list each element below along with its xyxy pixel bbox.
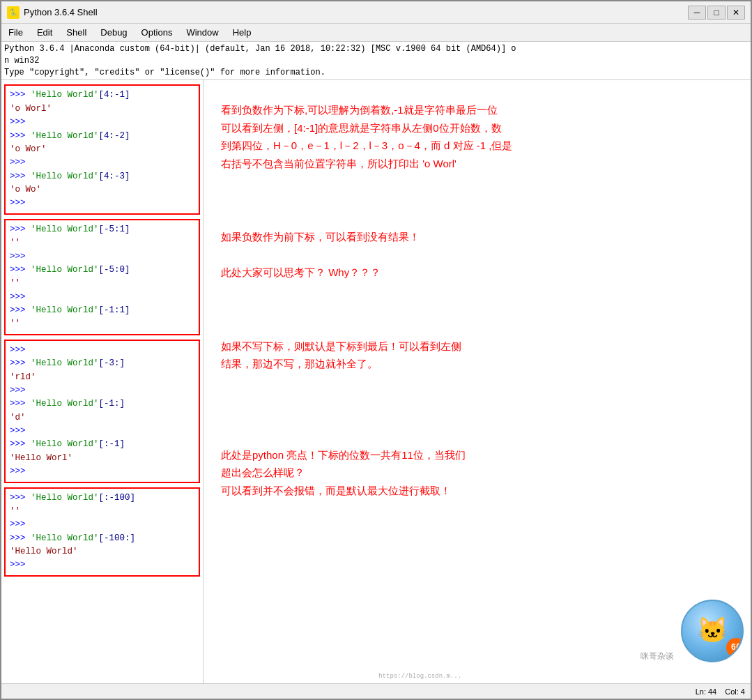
- right-panel: 看到负数作为下标,可以理解为倒着数,-1就是字符串最后一位 可以看到左侧，[4:…: [204, 80, 751, 683]
- code-line: >>>: [10, 558, 194, 572]
- code-line: >>> 'Hello World'[4:-2]: [10, 130, 194, 143]
- code-line: 'o Wo': [10, 183, 194, 197]
- code-line: >>> 'Hello World'[4:-1]: [10, 89, 194, 102]
- code-line: >>>: [10, 384, 194, 397]
- window-title: Python 3.6.4 Shell: [24, 7, 688, 17]
- maximize-button[interactable]: □: [707, 6, 726, 20]
- code-line: 'Hello Worl': [10, 452, 194, 465]
- code-line: >>>: [10, 156, 194, 169]
- header-line1: Python 3.6.4 |Anaconda custom (64-bit)| …: [4, 44, 516, 54]
- code-line: >>> 'Hello World'[-3:]: [10, 357, 194, 370]
- code-block-1: >>> 'Hello World'[4:-1] 'o Worl' >>> >>>…: [4, 84, 200, 214]
- code-line: 'rld': [10, 371, 194, 384]
- status-col: Col: 4: [725, 687, 745, 696]
- status-ln: Ln: 44: [696, 687, 717, 696]
- status-bar: Ln: 44 Col: 4: [1, 683, 751, 699]
- menu-bar: File Edit Shell Debug Options Window Hel…: [1, 24, 751, 42]
- code-line: >>> 'Hello World'[-1:]: [10, 397, 194, 411]
- code-line: >>>: [10, 518, 194, 531]
- code-line: >>>: [10, 116, 194, 129]
- code-line: >>>: [10, 250, 194, 264]
- code-line: >>> 'Hello World'[-100:]: [10, 532, 194, 545]
- window-controls: ─ □ ✕: [688, 6, 745, 20]
- code-line: >>>: [10, 425, 194, 438]
- header-line2: n win32: [4, 56, 39, 66]
- code-line: >>> 'Hello World'[:-1]: [10, 438, 194, 451]
- code-line: >>> 'Hello World'[:-100]: [10, 492, 194, 505]
- annotation-2: 如果负数作为前下标，可以看到没有结果！ 此处大家可以思考下？ Why？？？: [221, 228, 733, 282]
- code-line: '': [10, 236, 194, 250]
- close-button[interactable]: ✕: [727, 6, 745, 20]
- url-watermark: https://blog.csdn.m...: [378, 673, 576, 680]
- menu-file[interactable]: File: [4, 26, 27, 39]
- code-line: >>>: [10, 197, 194, 210]
- watermark-text: 咪哥杂谈: [640, 650, 674, 662]
- code-line: >>>: [10, 344, 194, 357]
- code-block-3: >>> >>> 'Hello World'[-3:] 'rld' >>> >>>…: [4, 340, 200, 483]
- code-line: >>>: [10, 291, 194, 304]
- main-area: >>> 'Hello World'[4:-1] 'o Worl' >>> >>>…: [1, 80, 751, 683]
- menu-shell[interactable]: Shell: [62, 26, 91, 39]
- menu-edit[interactable]: Edit: [33, 26, 56, 39]
- annotation-1: 看到负数作为下标,可以理解为倒着数,-1就是字符串最后一位 可以看到左侧，[4:…: [221, 101, 733, 172]
- left-panel: >>> 'Hello World'[4:-1] 'o Worl' >>> >>>…: [1, 80, 204, 683]
- code-line: 'o Worl': [10, 102, 194, 116]
- code-line: 'o Wor': [10, 143, 194, 156]
- mascot: 🐱 60: [681, 600, 744, 662]
- title-bar: 🐍 Python 3.6.4 Shell ─ □ ✕: [1, 1, 751, 24]
- mascot-image: 🐱 60: [681, 600, 744, 662]
- mascot-badge: 60: [726, 638, 744, 657]
- minimize-button[interactable]: ─: [688, 6, 706, 20]
- app-icon: 🐍: [7, 6, 20, 19]
- code-line: '': [10, 317, 194, 330]
- code-line: >>>: [10, 465, 194, 478]
- annotation-4: 此处是python 亮点！下标的位数一共有11位，当我们 超出会怎么样呢？ 可以…: [221, 446, 733, 500]
- code-block-4: >>> 'Hello World'[:-100] '' >>> >>> 'Hel…: [4, 487, 200, 577]
- code-line: >>> 'Hello World'[4:-3]: [10, 170, 194, 183]
- annotation-3: 如果不写下标，则默认是下标到最后！可以看到左侧 结果，那边不写，那边就补全了。: [221, 337, 733, 373]
- code-line: 'd': [10, 411, 194, 425]
- menu-window[interactable]: Window: [182, 26, 222, 39]
- python-header: Python 3.6.4 |Anaconda custom (64-bit)| …: [1, 42, 751, 80]
- main-window: 🐍 Python 3.6.4 Shell ─ □ ✕ File Edit She…: [0, 0, 752, 700]
- menu-options[interactable]: Options: [137, 26, 177, 39]
- code-line: '': [10, 277, 194, 290]
- menu-debug[interactable]: Debug: [96, 26, 131, 39]
- code-line: >>> 'Hello World'[-5:0]: [10, 264, 194, 277]
- menu-help[interactable]: Help: [229, 26, 256, 39]
- code-line: >>> 'Hello World'[-1:1]: [10, 304, 194, 317]
- code-block-2: >>> 'Hello World'[-5:1] '' >>> >>> 'Hell…: [4, 219, 200, 335]
- header-line3: Type "copyright", "credits" or "license(…: [4, 68, 325, 77]
- code-line: '': [10, 505, 194, 518]
- shell-content: Python 3.6.4 |Anaconda custom (64-bit)| …: [1, 42, 751, 683]
- code-line: 'Hello World': [10, 545, 194, 558]
- code-line: >>> 'Hello World'[-5:1]: [10, 223, 194, 236]
